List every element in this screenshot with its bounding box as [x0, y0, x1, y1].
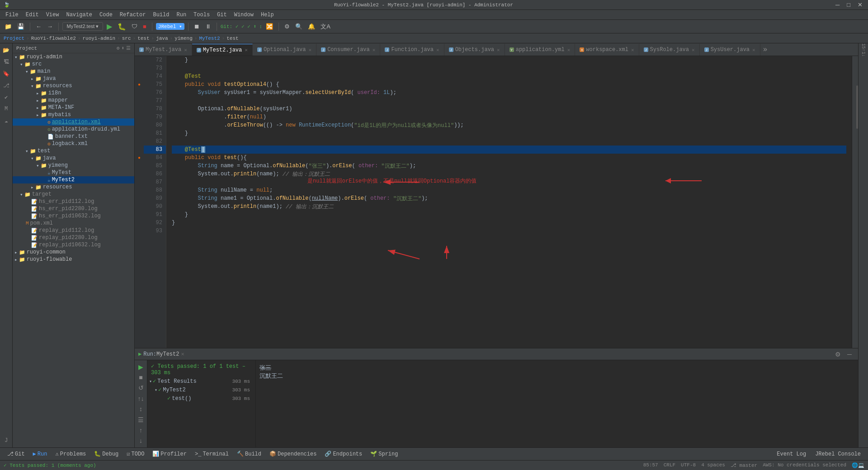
run-config-dropdown[interactable]: MyTest2.test ▾: [62, 22, 103, 31]
menu-navigate[interactable]: Navigate: [62, 11, 96, 19]
menu-view[interactable]: View: [42, 11, 63, 19]
save-btn[interactable]: 💾: [15, 22, 26, 31]
statusbar-line-ending[interactable]: CRLF: [664, 462, 675, 468]
tree-item-mapper[interactable]: ▸ 📁 mapper: [13, 97, 134, 104]
tree-item-mytest[interactable]: ☕ MyTest: [13, 169, 134, 176]
jrebel-icon[interactable]: J: [1, 436, 11, 446]
bottom-git-btn[interactable]: ⎇ Git: [4, 450, 28, 458]
tree-item-banner[interactable]: 📄 banner.txt: [13, 133, 134, 140]
bottom-endpoints-btn[interactable]: 🔗 Endpoints: [321, 450, 366, 458]
gutter-75[interactable]: ●: [135, 80, 144, 89]
maximize-button[interactable]: □: [845, 0, 852, 9]
tab-consumer[interactable]: J Consumer.java ✕: [316, 44, 380, 56]
translate-btn[interactable]: 文A: [319, 22, 332, 32]
run-item-test-results[interactable]: ▾ ✓ Test Results 303 ms: [147, 377, 255, 385]
tree-item-replay-112[interactable]: 📝 replay_pid112.log: [13, 227, 134, 234]
menu-git[interactable]: Git: [213, 11, 231, 19]
tab-close-mytest[interactable]: ✕: [184, 47, 187, 53]
menu-code[interactable]: Code: [96, 11, 116, 19]
stop-run-btn[interactable]: ■: [136, 372, 146, 382]
menu-edit[interactable]: Edit: [22, 11, 42, 19]
tab-close-mytest2[interactable]: ✕: [245, 47, 248, 53]
tree-item-resources[interactable]: ▾ 📁 resources: [13, 82, 134, 89]
tree-item-pom[interactable]: M pom.xml: [13, 220, 134, 227]
tree-item-yimeng[interactable]: ▾ 📁 yimeng: [13, 162, 134, 169]
settings-btn[interactable]: ⚙: [283, 22, 292, 31]
run-settings-btn[interactable]: ⚙: [833, 349, 843, 359]
notifications-btn[interactable]: 🔔: [306, 22, 317, 31]
tab-application-yml[interactable]: Y application.yml ✕: [505, 44, 576, 56]
tree-item-replay-10632[interactable]: 📝 replay_pid10632.log: [13, 241, 134, 249]
menu-build[interactable]: Build: [149, 11, 173, 19]
close-button[interactable]: ✕: [856, 0, 864, 9]
statusbar-branch[interactable]: ⎇ master: [731, 462, 757, 468]
project-expand-icon[interactable]: ⬍: [121, 45, 124, 51]
tree-item-ruoyi-admin[interactable]: ▾ 📁 ruoyi-admin: [13, 53, 134, 61]
tab-function[interactable]: J Function.java ✕: [380, 44, 444, 56]
tab-mytest[interactable]: J MyTest.java ✕: [135, 44, 192, 56]
tabs-overflow[interactable]: »: [760, 46, 770, 54]
tree-item-test[interactable]: ▾ 📁 test: [13, 147, 134, 155]
back-btn[interactable]: ←: [34, 22, 43, 31]
tab-close-workspace[interactable]: ✕: [631, 47, 634, 53]
bottom-profiler-btn[interactable]: 📊 Profiler: [149, 450, 190, 458]
statusbar-indent[interactable]: 4 spaces: [701, 462, 725, 468]
run-item-mytest2[interactable]: ▾ ✓ MyTest2 303 ms: [147, 385, 255, 394]
tree-item-hs-err-10632[interactable]: 📝 hs_err_pid10632.log: [13, 212, 134, 220]
tree-item-ruoyi-flowable[interactable]: ▸ 📁 ruoyi-flowable: [13, 256, 134, 263]
menu-help[interactable]: Help: [257, 11, 278, 19]
tree-item-hs-err-2280[interactable]: 📝 hs_err_pid2280.log: [13, 205, 134, 212]
breadcrumb-ruoyi[interactable]: RuoYi-flowable2: [31, 36, 76, 41]
filter-btn[interactable]: ☰: [136, 415, 146, 424]
menu-tools[interactable]: Tools: [190, 11, 213, 19]
tab-objects[interactable]: J Objects.java ✕: [444, 44, 505, 56]
bottom-terminal-btn[interactable]: >_ Terminal: [191, 450, 232, 458]
tree-item-application-xml[interactable]: ⚙ application.xml: [13, 118, 134, 126]
prev-fail-btn[interactable]: ↑: [136, 425, 146, 435]
open-file-btn[interactable]: 📁: [3, 22, 14, 31]
tab-optional[interactable]: J Optional.java ✕: [253, 44, 316, 56]
tree-item-logback[interactable]: ⚙ logback.xml: [13, 140, 134, 147]
menu-run[interactable]: Run: [173, 11, 190, 19]
pause-btn[interactable]: ⏸: [203, 22, 213, 31]
stop-btn[interactable]: ■: [141, 22, 148, 31]
tree-item-mytest2[interactable]: ☕ MyTest2: [13, 176, 134, 183]
right-scrollbar[interactable]: [852, 56, 858, 348]
toggle-sort-asc[interactable]: ↑↓: [136, 394, 146, 403]
structure-icon[interactable]: 🏗: [1, 57, 11, 67]
maven-icon[interactable]: M: [1, 104, 11, 114]
jrebel-console-btn[interactable]: JRebel Console: [811, 450, 864, 458]
git-icon[interactable]: ⎇: [1, 80, 11, 90]
menu-file[interactable]: File: [2, 11, 22, 19]
tree-item-meta-inf[interactable]: ▸ 📁 META-INF: [13, 104, 134, 111]
run-with-coverage-btn[interactable]: 🛡: [130, 22, 139, 31]
code-content[interactable]: } @Test public void testOptional4() { Sy…: [166, 56, 852, 348]
breadcrumb-part[interactable]: Project: [4, 36, 24, 41]
breadcrumb-yimeng[interactable]: yimeng: [175, 36, 193, 41]
statusbar-encoding[interactable]: UTF-8: [681, 462, 696, 468]
debug-btn[interactable]: 🐛: [116, 22, 128, 32]
stop-btn2[interactable]: ⏹: [192, 22, 202, 31]
bottom-problems-btn[interactable]: ⚠ Problems: [52, 450, 90, 458]
project-collapse-icon[interactable]: ☰: [126, 45, 131, 51]
jrebel-badge[interactable]: JRebel ▾: [156, 23, 184, 30]
statusbar-position[interactable]: 85:57: [643, 462, 658, 468]
run-btn[interactable]: ▶: [105, 21, 114, 32]
bottom-dependencies-btn[interactable]: 📦 Dependencies: [266, 450, 320, 458]
project-icon[interactable]: 📂: [1, 45, 11, 55]
menu-refactor[interactable]: Refactor: [116, 11, 150, 19]
tree-item-hs-err-112[interactable]: 📝 hs_err_pid112.log: [13, 198, 134, 205]
breadcrumb-test[interactable]: test: [137, 36, 149, 41]
bookmarks-icon[interactable]: 🔖: [1, 69, 11, 79]
bottom-todo-btn[interactable]: ☑ TODO: [123, 450, 148, 458]
bottom-run-btn[interactable]: ▶ Run: [29, 450, 51, 458]
run-minimize-btn[interactable]: ─: [844, 349, 854, 359]
tree-item-src[interactable]: ▾ 📁 src: [13, 61, 134, 68]
tree-item-main[interactable]: ▾ 📁 main: [13, 68, 134, 75]
code-editor[interactable]: ● ● 72: [135, 56, 858, 348]
bottom-build-btn[interactable]: 🔨 Build: [233, 450, 265, 458]
tree-item-replay-2280[interactable]: 📝 replay_pid2280.log: [13, 234, 134, 241]
tree-item-application-druid[interactable]: ⚙ application-druid.yml: [13, 126, 134, 133]
run-close[interactable]: ✕: [181, 351, 184, 357]
tab-close-optional[interactable]: ✕: [309, 47, 312, 53]
